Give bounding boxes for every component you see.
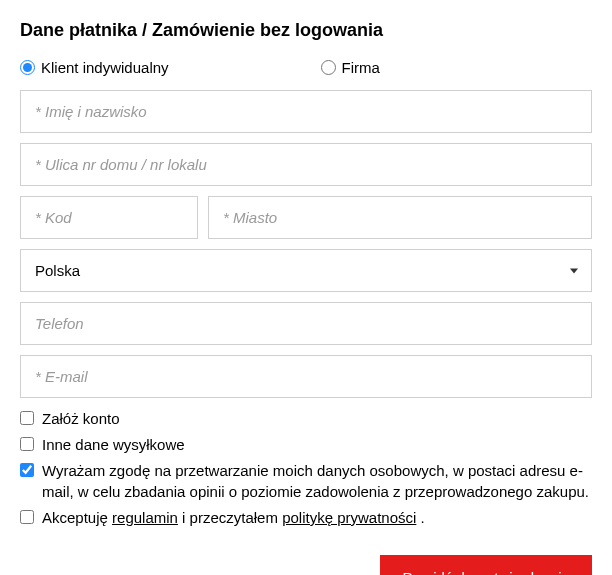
accept-terms-prefix: Akceptuję: [42, 509, 112, 526]
accept-terms-checkbox[interactable]: [20, 510, 34, 524]
city-field[interactable]: [208, 196, 592, 239]
customer-type-group: Klient indywidualny Firma: [20, 59, 592, 76]
phone-field[interactable]: [20, 302, 592, 345]
radio-individual[interactable]: [20, 60, 35, 75]
radio-individual-label[interactable]: Klient indywidualny: [41, 59, 169, 76]
accept-terms-label[interactable]: Akceptuję regulamin i przeczytałem polit…: [42, 507, 425, 529]
accept-terms-mid: i przeczytałem: [178, 509, 282, 526]
consent-opinion-label[interactable]: Wyrażam zgodę na przetwarzanie moich dan…: [42, 460, 592, 504]
create-account-label[interactable]: Załóż konto: [42, 408, 120, 430]
country-select[interactable]: Polska: [20, 249, 592, 292]
other-shipping-checkbox[interactable]: [20, 437, 34, 451]
radio-company-label[interactable]: Firma: [342, 59, 380, 76]
email-field[interactable]: [20, 355, 592, 398]
name-field[interactable]: [20, 90, 592, 133]
postal-field[interactable]: [20, 196, 198, 239]
create-account-checkbox[interactable]: [20, 411, 34, 425]
privacy-link[interactable]: politykę prywatności: [282, 509, 416, 526]
submit-button[interactable]: Przejdź do potwierdzenia: [380, 555, 592, 575]
form-title: Dane płatnika / Zamówienie bez logowania: [20, 20, 592, 41]
terms-link[interactable]: regulamin: [112, 509, 178, 526]
radio-company-wrapper: Firma: [321, 59, 380, 76]
consent-opinion-checkbox[interactable]: [20, 463, 34, 477]
radio-company[interactable]: [321, 60, 336, 75]
other-shipping-label[interactable]: Inne dane wysyłkowe: [42, 434, 185, 456]
radio-individual-wrapper: Klient indywidualny: [20, 59, 169, 76]
street-field[interactable]: [20, 143, 592, 186]
accept-terms-suffix: .: [416, 509, 424, 526]
